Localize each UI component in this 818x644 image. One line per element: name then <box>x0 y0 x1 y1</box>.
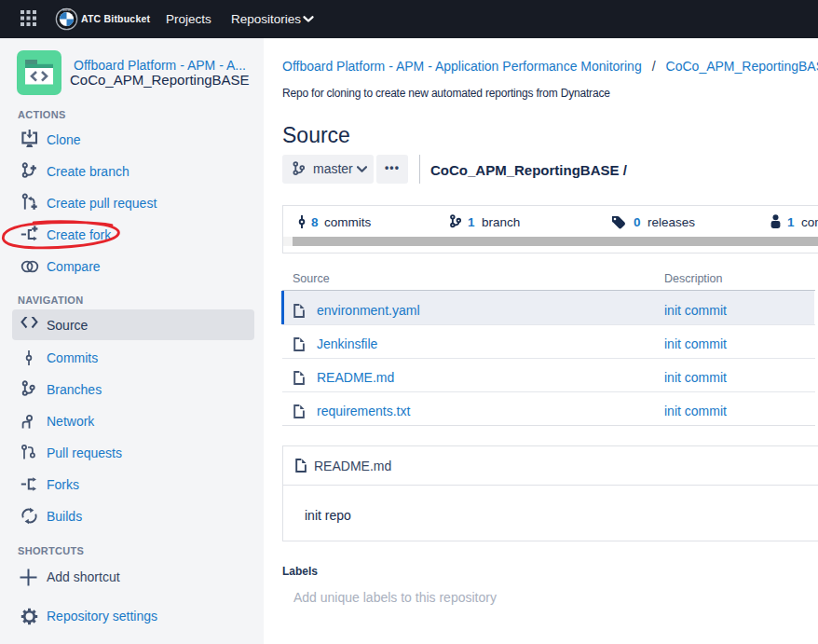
svg-text:BMW: BMW <box>62 8 71 12</box>
